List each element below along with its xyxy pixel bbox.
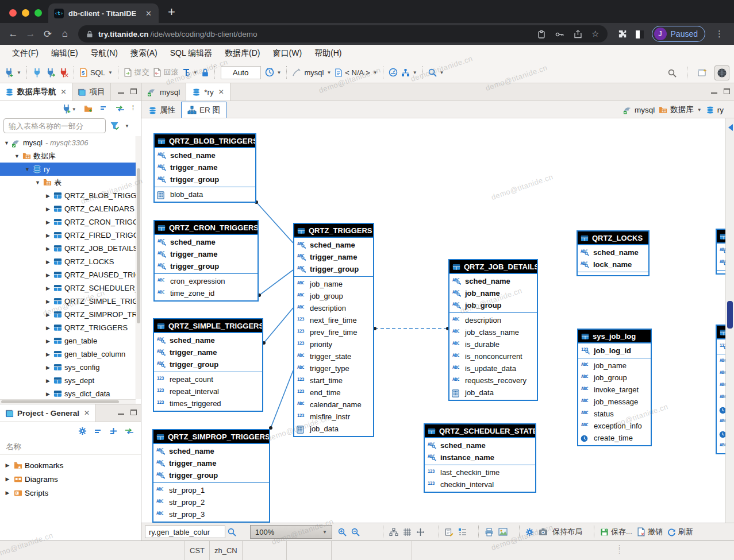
entity-column-repeat_count[interactable]: 123repeat_count (154, 373, 262, 385)
show-attributes-button[interactable] (456, 527, 469, 538)
subtab-properties[interactable]: 属性 (143, 103, 181, 118)
home-icon[interactable]: ⌂ (57, 28, 72, 40)
entity-column-job_name[interactable]: ABCjob_name (578, 360, 651, 372)
er-entity-QRTZ_JOB_DETAILS[interactable]: QRTZ_JOB_DETAILSABCsched_nameABCjob_name… (448, 259, 538, 401)
entity-column-trigger_group[interactable]: ABCtrigger_group (155, 260, 258, 272)
show-notes-button[interactable] (443, 527, 456, 538)
entity-column-blob_data[interactable]: blob_data (155, 188, 255, 200)
entity-header[interactable]: sys_job_log (578, 330, 651, 343)
undo-button[interactable]: ✕撤销 (635, 526, 665, 538)
reload-icon[interactable]: ⟳ (40, 28, 55, 40)
minimize-panel-icon[interactable] (118, 88, 124, 94)
er-entity-QRTZ_CRON_TRIGGERS[interactable]: QRTZ_CRON_TRIGGERSABCsched_nameABCtrigge… (153, 220, 259, 302)
tree-item-gen_table_column[interactable]: ▶gen_table_column (0, 347, 141, 361)
entity-column-instance_name[interactable]: ABCinstance_name (425, 451, 535, 464)
entity-header[interactable]: QRTZ_JOB_DETAILS (449, 260, 537, 274)
entity-column-trigger_state[interactable]: ABCtrigger_state (294, 350, 373, 362)
tree-item-sys_config[interactable]: ▶sys_config (0, 361, 141, 374)
reconnect-button[interactable] (44, 66, 57, 79)
entity-column-next_fire_time[interactable]: 123next_fire_time (294, 314, 373, 326)
expand-arrow-icon[interactable]: ▶ (44, 193, 52, 199)
menubar-item-0[interactable]: 文件(F) (6, 46, 45, 61)
entity-column-start_time[interactable]: 123start_time (294, 374, 373, 387)
tree-item-QRTZ_JOB_DETAILS[interactable]: ▶QRTZ_JOB_DETAILS (0, 242, 141, 255)
tree-item-gen_table[interactable]: ▶gen_table (0, 334, 141, 347)
rollback-button[interactable]: 回滚 (151, 65, 180, 79)
menubar-item-7[interactable]: 帮助(H) (308, 46, 348, 61)
project-item-Diagrams[interactable]: ▶Diagrams (0, 472, 141, 486)
browser-tab[interactable]: ‹t› db-client - TitanIDE ✕ (48, 3, 159, 23)
dashboard-button[interactable] (387, 66, 399, 79)
expand-arrow-icon[interactable]: ▶ (3, 490, 11, 496)
save-button[interactable]: 保存... (598, 526, 635, 538)
auto-layout-button[interactable] (387, 527, 401, 538)
entity-column-trigger_type[interactable]: ABCtrigger_type (294, 362, 373, 374)
tree-item-QRTZ_CALENDARS[interactable]: ▶QRTZ_CALENDARS (0, 202, 141, 215)
menubar-item-1[interactable]: 编辑(E) (45, 46, 84, 61)
expand-arrow-icon[interactable]: ▶ (44, 219, 52, 225)
new-tab-button[interactable]: + (168, 6, 175, 18)
tree-item-QRTZ_PAUSED_TRIGGER_GRPS[interactable]: ▶QRTZ_PAUSED_TRIGGER_GRPS (0, 268, 141, 281)
tree-horizontal-scrollbar[interactable] (0, 399, 136, 404)
perspective-icon[interactable]: + (698, 68, 708, 78)
breadcrumb-mysql[interactable]: mysql (623, 105, 655, 114)
entity-column-job_data[interactable]: job_data (449, 387, 537, 399)
er-entity-QRTZ_SIMPLE_TRIGGERS[interactable]: QRTZ_SIMPLE_TRIGGERSABCsched_nameABCtrig… (153, 318, 263, 412)
tree-vertical-scrollbar[interactable] (136, 136, 141, 399)
expand-arrow-icon[interactable]: ▶ (44, 325, 52, 331)
expand-arrow-icon[interactable]: ▶ (44, 285, 52, 291)
entity-column-job_name[interactable]: ABCjob_name (449, 287, 537, 299)
entity-column-sched_name[interactable]: ABCsched_name (294, 239, 373, 251)
lock-button[interactable] (199, 67, 211, 79)
entity-column-is_nonconcurrent[interactable]: ABCis_nonconcurrent (449, 350, 537, 362)
tab-project-explorer[interactable]: 项目 (72, 83, 111, 101)
expand-arrow-icon[interactable]: ▶ (44, 233, 52, 238)
chevron-down-icon[interactable]: ▼ (697, 107, 702, 113)
entity-column-status[interactable]: ABCstatus (578, 408, 651, 420)
entity-column-description[interactable]: ABCdescription (294, 302, 373, 314)
entity-column-description[interactable]: ABCdescription (449, 314, 537, 326)
tree-item-QRTZ_SCHEDULER_STATE[interactable]: ▶QRTZ_SCHEDULER_STATE (0, 281, 141, 295)
expand-arrow-icon[interactable]: ▶ (44, 312, 52, 318)
entity-column-exception_info[interactable]: ABCexception_info (578, 420, 651, 432)
connect-button[interactable] (30, 66, 44, 79)
entity-column-job_name[interactable]: ABCjob_name (294, 278, 373, 290)
more-options-icon[interactable]: ⁞ (132, 107, 134, 110)
share-icon[interactable] (574, 29, 582, 38)
status-drag-handle[interactable]: ⋮⋮ (616, 546, 623, 553)
entity-column-sched_name[interactable]: ABCsched_name (155, 236, 258, 248)
extensions-puzzle-icon[interactable] (618, 29, 628, 39)
expand-arrow-icon[interactable]: ▼ (33, 180, 42, 186)
expand-arrow-icon[interactable]: ▶ (44, 206, 52, 212)
search-menu-button[interactable]: ▼ (426, 66, 446, 79)
diagram-search-input[interactable] (145, 526, 225, 538)
entity-header[interactable]: QRTZ_SCHEDULER_STATE (425, 424, 535, 438)
screenshot-button[interactable] (536, 527, 550, 537)
entity-column-cron_expression[interactable]: ABCcron_expression (155, 275, 258, 287)
menubar-item-6[interactable]: 窗口(W) (267, 46, 309, 61)
expand-arrow-icon[interactable]: ▶ (44, 391, 52, 397)
filter-caret-icon[interactable]: ▼ (125, 123, 129, 129)
collapse-all-button[interactable] (100, 103, 108, 114)
entity-column-job_group[interactable]: ABCjob_group (294, 290, 373, 302)
maximize-panel-icon[interactable] (130, 410, 137, 415)
er-entity-QRTZ_SIMPROP_TRIGGERS[interactable]: QRTZ_SIMPROP_TRIGGERSABCsched_nameABCtri… (152, 429, 270, 523)
zoom-select[interactable]: 100%▼ (250, 525, 332, 539)
zoom-out-button[interactable] (349, 527, 362, 538)
entity-header[interactable]: QRTZ_BLOB_TRIGGERS (155, 134, 255, 148)
expand-arrow-icon[interactable]: ▼ (23, 167, 32, 172)
entity-header[interactable]: QRTZ_SIMPLE_TRIGGERS (154, 319, 262, 333)
canvas-vertical-scrollbar[interactable] (725, 118, 734, 523)
link-editor-button[interactable] (125, 426, 134, 436)
zoom-in-button[interactable] (336, 527, 349, 538)
expand-arrow-icon[interactable]: ▶ (44, 259, 52, 265)
expand-arrow-icon[interactable]: ▶ (44, 378, 52, 384)
entity-column-job_class_name[interactable]: ABCjob_class_name (449, 326, 537, 338)
tab-project-general[interactable]: Project - General ✕ (0, 404, 95, 422)
entity-column-sched_name[interactable]: ABCsched_name (155, 149, 255, 161)
subtab-er-diagram[interactable]: ER 图 (181, 102, 226, 118)
tree-item-mysql[interactable]: ▼mysql - mysql:3306 (0, 136, 141, 149)
er-entity-QRTZ_LOCKS[interactable]: QRTZ_LOCKSABCsched_nameABClock_name (577, 230, 650, 276)
quick-search-icon[interactable] (668, 68, 677, 77)
breadcrumb-数据库[interactable]: 数据库▼ (659, 105, 701, 115)
